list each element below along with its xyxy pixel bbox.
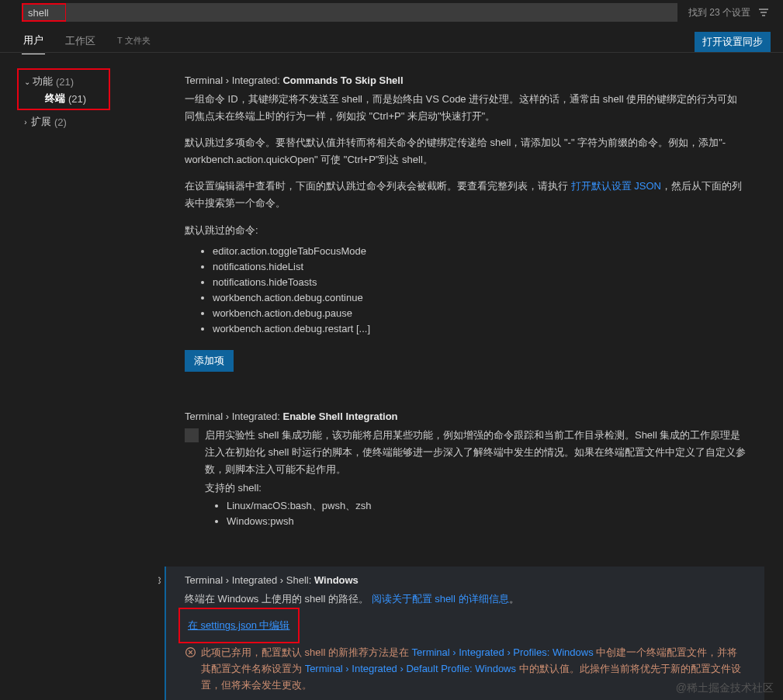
setting-title: Terminal › Integrated: Enable Shell Inte… [185,411,746,422]
setting-shell-windows: Terminal › Integrated › Shell: Windows 终… [165,567,764,700]
settings-search-input-ext[interactable] [66,3,677,22]
settings-content[interactable]: Terminal › Integrated: Commands To Skip … [158,53,783,700]
toc-highlight: ⌄ 功能 (21) 终端 (21) [17,68,110,110]
list-item: workbench.action.debug.continue [213,290,746,306]
setting-enable-shell-integration: Terminal › Integrated: Enable Shell Inte… [165,403,764,552]
open-settings-sync-button[interactable]: 打开设置同步 [695,32,771,52]
list-item: Windows:pwsh [227,514,746,529]
toc-extension-count: (2) [54,116,67,128]
setting-description: 一组命令 ID，其键绑定将不发送至 shell，而是始终由 VS Code 进行… [185,91,746,372]
tab-folder[interactable]: T 文件夹 [116,30,152,53]
list-item: Linux/macOS:bash、pwsh、zsh [227,498,746,514]
chevron-right-icon: › [20,118,31,126]
list-item: workbench.action.debug.pause [213,306,746,321]
list-item: notifications.hideList [213,259,746,275]
add-item-button[interactable]: 添加项 [185,350,234,372]
tab-user[interactable]: 用户 [22,29,45,54]
tab-workspace[interactable]: 工作区 [64,29,97,54]
open-default-settings-json-link[interactable]: 打开默认设置 JSON [571,180,661,192]
deprecation-notice: 此项已弃用，配置默认 shell 的新推荐方法是在 Terminal › Int… [185,645,746,693]
setting-title: Terminal › Integrated: Commands To Skip … [185,75,746,86]
error-icon [185,646,196,664]
profiles-windows-link[interactable]: Terminal › Integrated › Profiles: Window… [412,646,594,658]
settings-search-input[interactable] [22,3,67,22]
toc-feature-count: (21) [56,76,74,88]
setting-commands-to-skip-shell: Terminal › Integrated: Commands To Skip … [165,67,764,384]
toc-feature[interactable]: ⌄ 功能 (21) [22,73,106,90]
chevron-down-icon: ⌄ [22,78,33,86]
skipped-commands-list: editor.action.toggleTabFocusMode notific… [185,244,746,338]
enable-shell-integration-checkbox[interactable] [185,428,199,442]
list-item: editor.action.toggleTabFocusMode [213,244,746,259]
setting-title: Terminal › Integrated › Shell: Windows [185,574,746,586]
toc-extension[interactable]: › 扩展 (2) [20,113,158,130]
read-shell-config-link[interactable]: 阅读关于配置 shell 的详细信息 [372,593,509,605]
settings-toc: ⌄ 功能 (21) 终端 (21) › 扩展 (2) [0,53,158,700]
default-profile-windows-link[interactable]: Terminal › Integrated › Default Profile:… [305,663,516,674]
filter-icon[interactable] [757,5,771,19]
toc-terminal-label: 终端 [45,92,65,106]
toc-terminal-count: (21) [68,93,86,105]
toc-terminal[interactable]: 终端 (21) [22,90,106,107]
toc-extension-label: 扩展 [31,115,51,129]
list-item: workbench.action.debug.restart [...] [213,321,746,337]
edit-in-settings-json-link[interactable]: 在 settings.json 中编辑 [188,619,290,632]
setting-description: 启用实验性 shell 集成功能，该功能将启用某些功能，例如增强的命令跟踪和当前… [205,427,746,539]
edit-in-settings-json-highlight: 在 settings.json 中编辑 [178,608,300,643]
list-item: notifications.hideToasts [213,275,746,290]
toc-feature-label: 功能 [33,75,53,88]
gear-icon[interactable] [158,574,161,589]
watermark: @稀土掘金技术社区 [676,681,774,695]
search-result-count: 找到 23 个设置 [677,6,757,19]
setting-description: 终端在 Windows 上使用的 shell 的路径。 阅读关于配置 shell… [185,591,746,608]
